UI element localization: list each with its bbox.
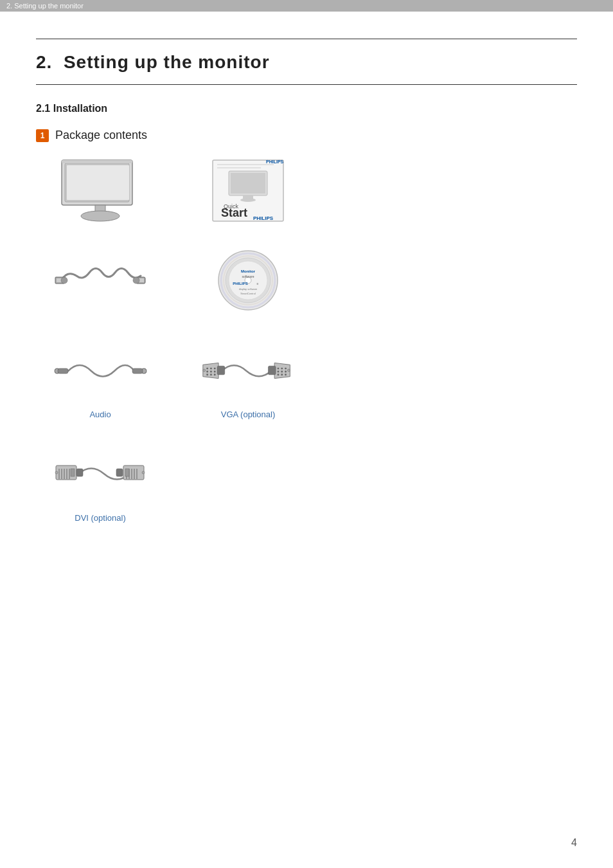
svg-point-60 (277, 374, 279, 375)
svg-rect-37 (58, 368, 68, 374)
item-quickstart: Quick Start PHILIPS PHILIPS (184, 155, 312, 226)
svg-rect-64 (268, 366, 276, 375)
svg-rect-52 (217, 366, 225, 375)
svg-point-55 (281, 367, 283, 369)
svg-text:SmartControl: SmartControl (240, 292, 256, 295)
svg-point-43 (210, 367, 212, 369)
section-title: 2.1 Installation (36, 103, 577, 114)
svg-rect-82 (116, 469, 123, 476)
svg-point-51 (203, 369, 206, 372)
svg-text:display software: display software (239, 287, 258, 291)
svg-rect-40 (132, 368, 143, 374)
item-cd: Monitor software PHILIPS ≡ display softw… (184, 245, 312, 316)
vga-cable-image (200, 335, 296, 406)
monitor-icon (55, 157, 145, 224)
usb-cable-icon (54, 257, 147, 305)
top-divider (36, 39, 577, 39)
svg-point-54 (277, 367, 279, 369)
item-usb-cable (36, 245, 164, 316)
svg-rect-5 (62, 160, 132, 163)
breadcrumb-bar: 2. Setting up the monitor (0, 0, 613, 12)
svg-text:PHILIPS: PHILIPS (233, 282, 247, 285)
svg-point-46 (210, 370, 212, 372)
vga-cable-icon (200, 347, 296, 395)
svg-point-45 (206, 370, 208, 372)
package-badge: 1 (36, 129, 49, 142)
package-contents-header: 1 Package contents (36, 129, 577, 142)
svg-point-42 (206, 367, 208, 369)
audio-cable-image (52, 335, 148, 406)
svg-rect-80 (125, 469, 129, 476)
chapter-title: 2. Setting up the monitor (36, 52, 577, 73)
svg-point-81 (142, 471, 145, 474)
svg-text:PHILIPS: PHILIPS (266, 159, 284, 164)
quickstart-icon: Quick Start PHILIPS PHILIPS (209, 157, 287, 224)
svg-point-50 (214, 374, 216, 375)
page-content: 2. Setting up the monitor 2.1 Installati… (0, 0, 613, 574)
monitor-image (52, 155, 148, 226)
svg-point-63 (287, 369, 290, 372)
vga-label: VGA (optional) (221, 410, 276, 419)
svg-text:Start: Start (221, 206, 247, 219)
svg-point-44 (214, 367, 216, 369)
svg-point-56 (285, 367, 287, 369)
svg-point-59 (285, 370, 287, 372)
item-vga-cable: VGA (optional) (184, 335, 312, 419)
svg-point-49 (210, 374, 212, 375)
quickstart-image: Quick Start PHILIPS PHILIPS (200, 155, 296, 226)
svg-rect-4 (67, 165, 129, 200)
dvi-cable-icon (54, 451, 147, 496)
item-monitor (36, 155, 164, 226)
svg-point-48 (206, 374, 208, 375)
svg-point-62 (285, 374, 287, 375)
page-number: 4 (571, 837, 577, 849)
svg-point-61 (281, 374, 283, 375)
svg-point-72 (55, 471, 58, 474)
svg-rect-10 (231, 173, 265, 194)
cd-image: Monitor software PHILIPS ≡ display softw… (200, 245, 296, 316)
svg-text:Monitor: Monitor (241, 269, 256, 273)
item-audio-cable: Audio (36, 335, 164, 419)
breadcrumb-text: 2. Setting up the monitor (6, 2, 84, 10)
dvi-label: DVI (optional) (75, 513, 125, 523)
svg-point-12 (240, 198, 256, 202)
package-items-grid: Quick Start PHILIPS PHILIPS (36, 155, 577, 523)
svg-point-3 (81, 211, 120, 221)
svg-text:software: software (242, 275, 254, 278)
svg-text:PHILIPS: PHILIPS (253, 215, 274, 221)
audio-label: Audio (89, 410, 111, 419)
svg-rect-71 (71, 469, 75, 476)
cd-icon: Monitor software PHILIPS ≡ display softw… (216, 248, 280, 312)
package-title: Package contents (55, 129, 147, 142)
svg-text:≡: ≡ (257, 282, 259, 285)
svg-point-47 (214, 370, 216, 372)
svg-point-57 (277, 370, 279, 372)
dvi-cable-image (52, 439, 148, 509)
audio-cable-icon (54, 350, 147, 392)
bottom-divider (36, 84, 577, 85)
svg-point-21 (61, 277, 67, 284)
svg-rect-73 (76, 469, 83, 476)
usb-cable-image (52, 245, 148, 316)
svg-point-22 (133, 277, 139, 284)
svg-point-58 (281, 370, 283, 372)
item-dvi-cable: DVI (optional) (36, 439, 164, 523)
